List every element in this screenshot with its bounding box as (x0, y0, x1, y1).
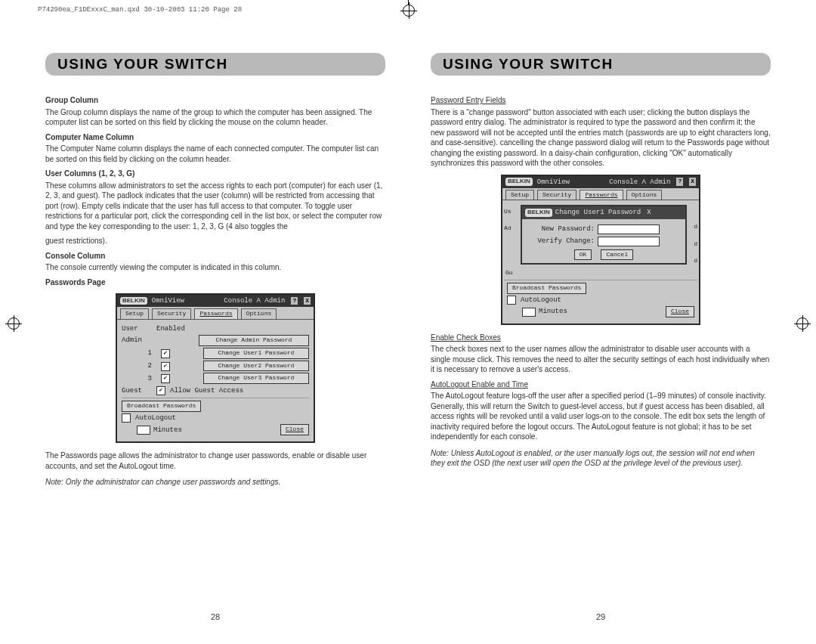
osd-body: Us Ad BELKIN Change User1 Password X (502, 200, 699, 323)
osd-titlebar: BELKIN OmniView Console A Admin ? X (117, 295, 314, 307)
close-button[interactable]: Close (666, 306, 694, 317)
para: These columns allow administrators to se… (45, 181, 385, 232)
heading-console: Console Column (45, 251, 385, 262)
allow-guest-label: Allow Guest Access (170, 386, 243, 395)
verify-input[interactable] (598, 237, 660, 246)
close-icon[interactable]: X (647, 208, 651, 217)
new-password-input[interactable] (598, 224, 660, 234)
print-header: P74290ea_F1DExxxC_man.qxd 30-10-2003 11:… (38, 6, 242, 14)
col-enabled: Enabled (156, 324, 194, 333)
osd-console-label: Console A Admin (224, 296, 285, 305)
broadcast-passwords-button[interactable]: Broadcast Passwords (507, 283, 586, 294)
change-user3-pw-button[interactable]: Change User3 Password (203, 373, 309, 384)
autologout-checkbox[interactable] (122, 413, 131, 423)
page-right: USING YOUR SWITCH Password Entry Fields … (431, 53, 771, 621)
tab-setup[interactable]: Setup (505, 190, 534, 200)
heading-ecb: Enable Check Boxes (431, 333, 771, 343)
osd-app-name: OmniView (537, 178, 570, 187)
bg-text: d (690, 223, 697, 231)
verify-label: Verify Change: (527, 237, 595, 246)
osd-app-name: OmniView (152, 296, 184, 305)
tab-passwords[interactable]: Passwords (580, 190, 623, 200)
tab-security[interactable]: Security (537, 190, 576, 200)
col-user: User (122, 324, 152, 333)
cancel-button[interactable]: Cancel (601, 249, 633, 261)
autologout-label: AutoLogout (135, 413, 176, 423)
heading-passwords: Passwords Page (45, 277, 385, 288)
autologout-checkbox[interactable] (507, 296, 516, 305)
row-guest: Guest (122, 386, 152, 395)
osd-tabs: Setup Security Passwords Options (117, 307, 314, 320)
change-user2-pw-button[interactable]: Change User2 Password (203, 361, 309, 372)
body-right: Password Entry Fields There is a "change… (431, 91, 771, 473)
para: The Passwords page allows the administra… (45, 450, 385, 471)
registration-mark-left (8, 317, 20, 330)
para: The check boxes next to the user names a… (431, 344, 771, 375)
bg-text: Gu (504, 269, 697, 277)
registration-mark-right (796, 317, 808, 330)
note: Note: Unless AutoLogout is enabled, or t… (431, 448, 771, 469)
para: The Group column displays the name of th… (45, 107, 385, 128)
help-icon[interactable]: ? (291, 297, 298, 305)
note: Note: Only the administrator can change … (45, 477, 385, 488)
row-1: 1 (122, 348, 156, 358)
change-admin-pw-button[interactable]: Change Admin Password (199, 335, 309, 346)
close-icon[interactable]: X (304, 297, 311, 305)
page-number: 28 (45, 612, 385, 621)
tab-passwords[interactable]: Passwords (194, 308, 237, 319)
change-password-dialog: BELKIN Change User1 Password X New Passw… (521, 205, 687, 265)
close-button[interactable]: Close (280, 424, 309, 435)
allow-guest-checkbox[interactable]: ✔ (156, 386, 165, 395)
enable-1-checkbox[interactable]: ✔ (161, 349, 170, 358)
page-number: 29 (431, 612, 771, 621)
bg-text (690, 206, 697, 215)
heading-autologout: AutoLogout Enable and Time (431, 379, 771, 390)
close-icon[interactable]: X (689, 178, 696, 186)
bg-text: d (690, 257, 697, 265)
osd-screenshot-change-pw: BELKIN OmniView Console A Admin ? X Setu… (501, 175, 700, 325)
help-icon[interactable]: ? (676, 178, 683, 186)
para: The AutoLogout feature logs-off the user… (431, 391, 771, 442)
brand-logo: BELKIN (120, 297, 147, 305)
body-left: Group Column The Group column displays t… (45, 91, 385, 492)
section-title: USING YOUR SWITCH (45, 53, 385, 76)
tab-options[interactable]: Options (241, 308, 277, 319)
row-admin: Admin (122, 336, 152, 345)
bg-text: Ad (504, 224, 518, 233)
brand-logo: BELKIN (505, 178, 533, 186)
minutes-label: Minutes (153, 426, 182, 435)
enable-2-checkbox[interactable]: ✔ (161, 362, 170, 371)
new-password-label: New Password: (527, 224, 595, 234)
osd-body: User Enabled Admin Change Admin Password… (117, 320, 314, 441)
tab-security[interactable]: Security (152, 308, 191, 319)
heading-user: User Columns (1, 2, 3, G) (45, 169, 385, 179)
osd-titlebar: BELKIN OmniView Console A Admin ? X (502, 176, 699, 188)
page-left: USING YOUR SWITCH Group Column The Group… (45, 53, 385, 621)
osd-tabs: Setup Security Passwords Options (502, 188, 699, 201)
autologout-minutes-input[interactable] (522, 308, 536, 317)
enable-3-checkbox[interactable]: ✔ (161, 374, 170, 383)
tab-options[interactable]: Options (626, 190, 663, 200)
brand-logo: BELKIN (525, 209, 552, 217)
autologout-minutes-input[interactable] (137, 426, 150, 435)
autologout-label: AutoLogout (521, 296, 561, 305)
row-2: 2 (122, 361, 156, 370)
section-title: USING YOUR SWITCH (431, 53, 771, 76)
bg-text: Us (504, 208, 518, 216)
minutes-label: Minutes (539, 307, 567, 316)
heading-group: Group Column (45, 95, 385, 106)
para: The Computer Name column displays the na… (45, 144, 385, 164)
heading-comp: Computer Name Column (45, 132, 385, 143)
para: guest restrictions). (45, 236, 385, 246)
dialog-title: Change User1 Password (555, 208, 641, 217)
heading-pef: Password Entry Fields (431, 95, 771, 106)
tab-setup[interactable]: Setup (120, 308, 149, 319)
para: There is a "change password" button asso… (431, 107, 771, 169)
broadcast-passwords-button[interactable]: Broadcast Passwords (122, 401, 201, 412)
page-spread: USING YOUR SWITCH Group Column The Group… (45, 53, 771, 621)
ok-button[interactable]: OK (574, 249, 592, 261)
para: The console currently viewing the comput… (45, 262, 385, 273)
row-3: 3 (122, 374, 156, 383)
change-user1-pw-button[interactable]: Change User1 Password (203, 348, 309, 359)
registration-mark-top (403, 5, 415, 17)
